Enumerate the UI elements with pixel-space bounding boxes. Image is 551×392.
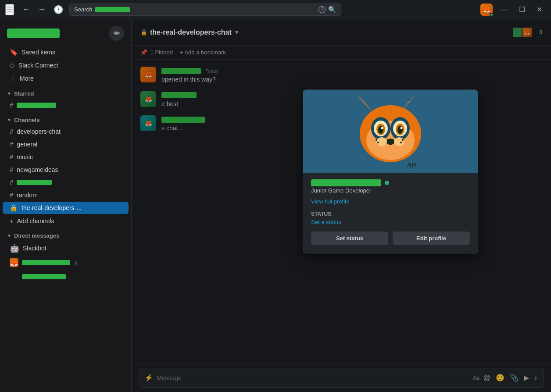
bookmark-icon: 🔖 <box>10 48 18 56</box>
profile-online-dot <box>385 181 389 185</box>
starred-channel-name <box>17 103 56 108</box>
view-profile-link[interactable]: View full profile <box>311 198 470 205</box>
dm1-name <box>22 260 70 265</box>
sidebar-item-starred-channel[interactable]: # <box>3 99 129 111</box>
dm1-avatar: 🦊 <box>10 258 18 267</box>
profile-popup: Nf5 Junior Game Developer View full prof… <box>303 89 478 253</box>
lock-icon: 🔒 <box>10 204 18 212</box>
sidebar-dm-1[interactable]: 🦊 y... <box>3 256 129 269</box>
user-avatar[interactable]: 🦊 <box>480 4 493 16</box>
channels-section-header[interactable]: ▼ Channels <box>0 113 131 125</box>
status-section-label: Status <box>311 211 470 217</box>
forward-button[interactable]: → <box>35 4 48 15</box>
profile-name <box>311 179 381 186</box>
hash-icon: # <box>10 128 13 135</box>
main-layout: ✏ 🔖 Saved items ◇ Slack Connect ⋮ More ▼… <box>0 19 551 392</box>
profile-banner: Nf5 <box>303 90 478 173</box>
menu-button[interactable]: ☰ <box>5 4 14 15</box>
titlebar: ☰ ← → 🕐 Search ? 🔍 🦊 — ☐ ✕ <box>0 0 551 19</box>
svg-point-21 <box>377 142 379 143</box>
nav-buttons: ← → 🕐 <box>19 4 66 15</box>
svg-point-17 <box>386 139 395 145</box>
main-content: 🔒 the-real-developers-chat ▼ 🦊 3 📌 1 Pin… <box>132 19 551 392</box>
channels-chevron-icon: ▼ <box>7 118 11 122</box>
sidebar-add-channels[interactable]: + Add channels <box>3 215 129 227</box>
edit-profile-button[interactable]: Edit profile <box>393 232 470 245</box>
profile-name-row <box>311 179 470 186</box>
svg-text:Nf5: Nf5 <box>407 162 417 168</box>
hash-icon: # <box>10 101 13 109</box>
starred-chevron-icon: ▼ <box>7 91 11 96</box>
search-bar[interactable]: Search ? 🔍 <box>69 4 341 16</box>
fox-art-svg: Nf5 <box>347 90 434 173</box>
channel-name-redacted <box>17 180 52 185</box>
sidebar-channel-music[interactable]: # music <box>3 151 129 163</box>
sidebar-item-more[interactable]: ⋮ More <box>3 72 129 85</box>
sidebar-header: ✏ <box>0 19 131 46</box>
dm-chevron-icon: ▼ <box>7 233 11 238</box>
search-icon: 🔍 <box>328 6 336 14</box>
sidebar-channel-general[interactable]: # general <box>3 138 129 150</box>
hash-icon: # <box>10 166 13 173</box>
profile-popup-buttons: Set status Edit profile <box>311 232 470 245</box>
set-status-link[interactable]: Set a status <box>311 219 470 225</box>
sidebar-channel-developers-chat[interactable]: # developers-chat <box>3 125 129 137</box>
dm2-name <box>22 274 66 279</box>
more-dots-icon: ⋮ <box>10 75 16 82</box>
search-label: Search <box>74 6 92 13</box>
hash-icon: # <box>10 153 13 160</box>
sidebar-channel-newgameideas[interactable]: # newgameideas <box>3 164 129 175</box>
diamond-icon: ◇ <box>10 61 15 69</box>
sidebar-item-slack-connect[interactable]: ◇ Slack Connect <box>3 59 129 71</box>
compose-button[interactable]: ✏ <box>109 26 124 41</box>
sidebar-channel-redacted[interactable]: # <box>3 176 129 188</box>
starred-section-header[interactable]: ▼ Starred <box>0 87 131 99</box>
history-button[interactable]: 🕐 <box>51 4 66 15</box>
svg-point-19 <box>394 137 404 146</box>
profile-job-title: Junior Game Developer <box>311 187 470 194</box>
minimize-button[interactable]: — <box>497 5 511 14</box>
svg-point-23 <box>400 142 402 143</box>
sidebar-item-saved[interactable]: 🔖 Saved items <box>3 46 129 58</box>
svg-point-20 <box>376 139 377 141</box>
sidebar: ✏ 🔖 Saved items ◇ Slack Connect ⋮ More ▼… <box>0 19 132 392</box>
titlebar-right: 🦊 — ☐ ✕ <box>480 4 546 16</box>
svg-point-14 <box>397 126 403 134</box>
back-button[interactable]: ← <box>19 4 32 15</box>
sidebar-dm-slackbot[interactable]: 🤖 Slackbot <box>3 241 129 255</box>
maximize-button[interactable]: ☐ <box>515 4 529 14</box>
profile-popup-body: Junior Game Developer View full profile … <box>303 173 478 253</box>
search-redacted <box>95 7 130 12</box>
close-button[interactable]: ✕ <box>533 4 546 14</box>
sidebar-channel-random[interactable]: # random <box>3 189 129 201</box>
svg-point-16 <box>401 127 403 129</box>
svg-point-13 <box>378 126 383 134</box>
svg-point-18 <box>376 137 387 146</box>
direct-messages-section-header[interactable]: ▼ Direct messages <box>0 229 131 241</box>
sidebar-channel-real-developers[interactable]: 🔒 the-real-developers-... <box>3 202 129 214</box>
help-icon: ? <box>318 6 326 13</box>
slackbot-avatar: 🤖 <box>10 243 19 253</box>
dm2-avatar <box>10 272 18 281</box>
svg-point-15 <box>381 127 383 129</box>
fox-art-container: Nf5 <box>303 90 478 173</box>
set-status-button[interactable]: Set status <box>311 232 388 245</box>
online-status-dot <box>490 13 494 17</box>
plus-icon: + <box>10 217 14 225</box>
hash-icon: # <box>10 191 13 199</box>
hash-icon: # <box>10 140 13 148</box>
hash-icon: # <box>10 178 13 186</box>
svg-point-22 <box>402 139 404 141</box>
sidebar-dm-2[interactable] <box>3 270 129 283</box>
workspace-name[interactable] <box>7 29 60 38</box>
